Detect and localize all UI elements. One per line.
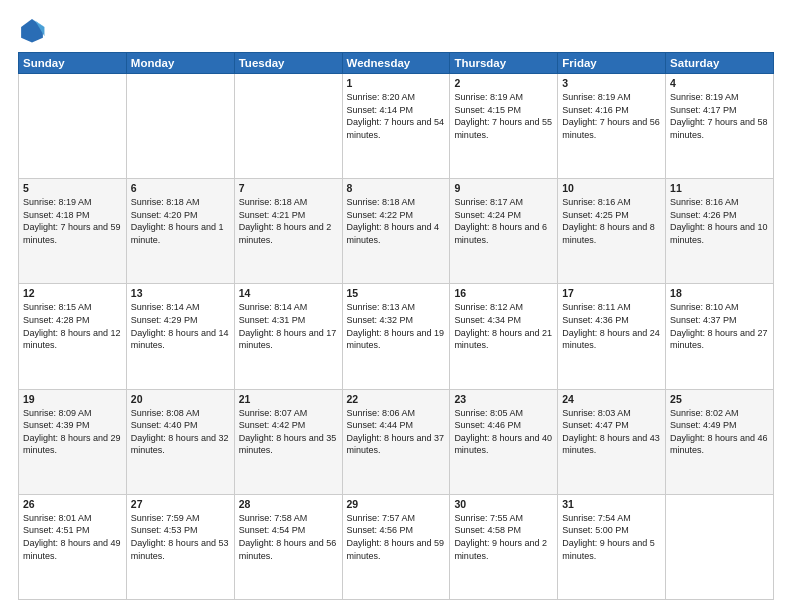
- day-cell: [126, 74, 234, 179]
- day-info: Sunrise: 8:10 AM Sunset: 4:37 PM Dayligh…: [670, 301, 769, 351]
- day-number: 3: [562, 77, 661, 89]
- day-info: Sunrise: 7:57 AM Sunset: 4:56 PM Dayligh…: [347, 512, 446, 562]
- day-number: 4: [670, 77, 769, 89]
- day-number: 23: [454, 393, 553, 405]
- day-info: Sunrise: 8:18 AM Sunset: 4:20 PM Dayligh…: [131, 196, 230, 246]
- day-cell: 4Sunrise: 8:19 AM Sunset: 4:17 PM Daylig…: [666, 74, 774, 179]
- day-info: Sunrise: 8:16 AM Sunset: 4:26 PM Dayligh…: [670, 196, 769, 246]
- day-cell: 7Sunrise: 8:18 AM Sunset: 4:21 PM Daylig…: [234, 179, 342, 284]
- day-number: 14: [239, 287, 338, 299]
- day-info: Sunrise: 8:12 AM Sunset: 4:34 PM Dayligh…: [454, 301, 553, 351]
- day-info: Sunrise: 8:19 AM Sunset: 4:18 PM Dayligh…: [23, 196, 122, 246]
- day-info: Sunrise: 8:19 AM Sunset: 4:16 PM Dayligh…: [562, 91, 661, 141]
- day-info: Sunrise: 7:54 AM Sunset: 5:00 PM Dayligh…: [562, 512, 661, 562]
- day-info: Sunrise: 7:58 AM Sunset: 4:54 PM Dayligh…: [239, 512, 338, 562]
- day-cell: 8Sunrise: 8:18 AM Sunset: 4:22 PM Daylig…: [342, 179, 450, 284]
- day-info: Sunrise: 8:13 AM Sunset: 4:32 PM Dayligh…: [347, 301, 446, 351]
- calendar-page: SundayMondayTuesdayWednesdayThursdayFrid…: [0, 0, 792, 612]
- day-number: 20: [131, 393, 230, 405]
- day-info: Sunrise: 8:17 AM Sunset: 4:24 PM Dayligh…: [454, 196, 553, 246]
- day-number: 5: [23, 182, 122, 194]
- day-number: 16: [454, 287, 553, 299]
- day-info: Sunrise: 8:14 AM Sunset: 4:29 PM Dayligh…: [131, 301, 230, 351]
- day-header-thursday: Thursday: [450, 53, 558, 74]
- day-cell: 3Sunrise: 8:19 AM Sunset: 4:16 PM Daylig…: [558, 74, 666, 179]
- day-header-sunday: Sunday: [19, 53, 127, 74]
- week-row-2: 5Sunrise: 8:19 AM Sunset: 4:18 PM Daylig…: [19, 179, 774, 284]
- header-row: SundayMondayTuesdayWednesdayThursdayFrid…: [19, 53, 774, 74]
- day-info: Sunrise: 8:07 AM Sunset: 4:42 PM Dayligh…: [239, 407, 338, 457]
- day-cell: 15Sunrise: 8:13 AM Sunset: 4:32 PM Dayli…: [342, 284, 450, 389]
- day-number: 10: [562, 182, 661, 194]
- day-number: 29: [347, 498, 446, 510]
- day-cell: 30Sunrise: 7:55 AM Sunset: 4:58 PM Dayli…: [450, 494, 558, 599]
- day-cell: 29Sunrise: 7:57 AM Sunset: 4:56 PM Dayli…: [342, 494, 450, 599]
- day-cell: 6Sunrise: 8:18 AM Sunset: 4:20 PM Daylig…: [126, 179, 234, 284]
- day-number: 30: [454, 498, 553, 510]
- calendar-table: SundayMondayTuesdayWednesdayThursdayFrid…: [18, 52, 774, 600]
- day-cell: 14Sunrise: 8:14 AM Sunset: 4:31 PM Dayli…: [234, 284, 342, 389]
- week-row-3: 12Sunrise: 8:15 AM Sunset: 4:28 PM Dayli…: [19, 284, 774, 389]
- day-number: 15: [347, 287, 446, 299]
- day-header-saturday: Saturday: [666, 53, 774, 74]
- day-cell: 18Sunrise: 8:10 AM Sunset: 4:37 PM Dayli…: [666, 284, 774, 389]
- day-info: Sunrise: 8:05 AM Sunset: 4:46 PM Dayligh…: [454, 407, 553, 457]
- day-info: Sunrise: 8:14 AM Sunset: 4:31 PM Dayligh…: [239, 301, 338, 351]
- day-info: Sunrise: 8:09 AM Sunset: 4:39 PM Dayligh…: [23, 407, 122, 457]
- day-cell: 23Sunrise: 8:05 AM Sunset: 4:46 PM Dayli…: [450, 389, 558, 494]
- day-cell: 19Sunrise: 8:09 AM Sunset: 4:39 PM Dayli…: [19, 389, 127, 494]
- day-cell: 25Sunrise: 8:02 AM Sunset: 4:49 PM Dayli…: [666, 389, 774, 494]
- day-info: Sunrise: 8:02 AM Sunset: 4:49 PM Dayligh…: [670, 407, 769, 457]
- day-number: 19: [23, 393, 122, 405]
- day-number: 12: [23, 287, 122, 299]
- day-number: 18: [670, 287, 769, 299]
- week-row-1: 1Sunrise: 8:20 AM Sunset: 4:14 PM Daylig…: [19, 74, 774, 179]
- day-number: 25: [670, 393, 769, 405]
- day-cell: 5Sunrise: 8:19 AM Sunset: 4:18 PM Daylig…: [19, 179, 127, 284]
- logo: [18, 16, 50, 44]
- day-number: 2: [454, 77, 553, 89]
- week-row-4: 19Sunrise: 8:09 AM Sunset: 4:39 PM Dayli…: [19, 389, 774, 494]
- day-info: Sunrise: 7:59 AM Sunset: 4:53 PM Dayligh…: [131, 512, 230, 562]
- day-info: Sunrise: 8:15 AM Sunset: 4:28 PM Dayligh…: [23, 301, 122, 351]
- day-cell: 16Sunrise: 8:12 AM Sunset: 4:34 PM Dayli…: [450, 284, 558, 389]
- day-number: 1: [347, 77, 446, 89]
- day-info: Sunrise: 8:19 AM Sunset: 4:15 PM Dayligh…: [454, 91, 553, 141]
- day-info: Sunrise: 8:20 AM Sunset: 4:14 PM Dayligh…: [347, 91, 446, 141]
- logo-icon: [18, 16, 46, 44]
- day-cell: 28Sunrise: 7:58 AM Sunset: 4:54 PM Dayli…: [234, 494, 342, 599]
- day-cell: [666, 494, 774, 599]
- day-cell: 13Sunrise: 8:14 AM Sunset: 4:29 PM Dayli…: [126, 284, 234, 389]
- header: [18, 16, 774, 44]
- day-cell: 21Sunrise: 8:07 AM Sunset: 4:42 PM Dayli…: [234, 389, 342, 494]
- day-info: Sunrise: 8:18 AM Sunset: 4:21 PM Dayligh…: [239, 196, 338, 246]
- day-info: Sunrise: 8:03 AM Sunset: 4:47 PM Dayligh…: [562, 407, 661, 457]
- day-number: 8: [347, 182, 446, 194]
- day-number: 27: [131, 498, 230, 510]
- day-cell: 11Sunrise: 8:16 AM Sunset: 4:26 PM Dayli…: [666, 179, 774, 284]
- day-number: 7: [239, 182, 338, 194]
- day-number: 26: [23, 498, 122, 510]
- day-cell: [234, 74, 342, 179]
- day-number: 11: [670, 182, 769, 194]
- day-cell: 9Sunrise: 8:17 AM Sunset: 4:24 PM Daylig…: [450, 179, 558, 284]
- day-number: 9: [454, 182, 553, 194]
- day-cell: 1Sunrise: 8:20 AM Sunset: 4:14 PM Daylig…: [342, 74, 450, 179]
- week-row-5: 26Sunrise: 8:01 AM Sunset: 4:51 PM Dayli…: [19, 494, 774, 599]
- day-cell: 10Sunrise: 8:16 AM Sunset: 4:25 PM Dayli…: [558, 179, 666, 284]
- day-header-monday: Monday: [126, 53, 234, 74]
- day-header-friday: Friday: [558, 53, 666, 74]
- day-info: Sunrise: 8:01 AM Sunset: 4:51 PM Dayligh…: [23, 512, 122, 562]
- day-cell: [19, 74, 127, 179]
- day-cell: 2Sunrise: 8:19 AM Sunset: 4:15 PM Daylig…: [450, 74, 558, 179]
- day-cell: 31Sunrise: 7:54 AM Sunset: 5:00 PM Dayli…: [558, 494, 666, 599]
- day-number: 6: [131, 182, 230, 194]
- day-number: 17: [562, 287, 661, 299]
- day-number: 13: [131, 287, 230, 299]
- day-cell: 20Sunrise: 8:08 AM Sunset: 4:40 PM Dayli…: [126, 389, 234, 494]
- day-cell: 17Sunrise: 8:11 AM Sunset: 4:36 PM Dayli…: [558, 284, 666, 389]
- day-info: Sunrise: 8:18 AM Sunset: 4:22 PM Dayligh…: [347, 196, 446, 246]
- day-info: Sunrise: 8:11 AM Sunset: 4:36 PM Dayligh…: [562, 301, 661, 351]
- day-info: Sunrise: 8:16 AM Sunset: 4:25 PM Dayligh…: [562, 196, 661, 246]
- day-number: 21: [239, 393, 338, 405]
